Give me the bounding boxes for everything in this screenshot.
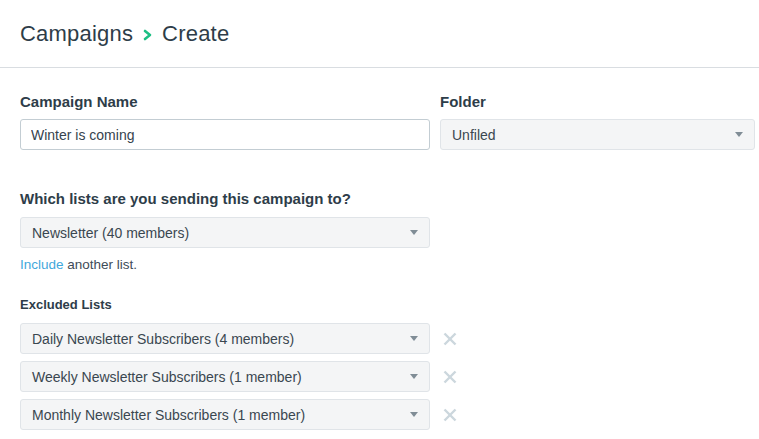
folder-select-value: Unfiled xyxy=(452,127,496,143)
excluded-lists-label: Excluded Lists xyxy=(20,297,755,312)
included-list-select-value: Newsletter (40 members) xyxy=(32,225,189,241)
chevron-down-icon xyxy=(410,412,418,417)
chevron-down-icon xyxy=(410,230,418,235)
excluded-list-row: Daily Newsletter Subscribers (4 members) xyxy=(20,323,755,354)
remove-excluded-list-3-button[interactable] xyxy=(441,406,459,424)
excluded-list-select-2[interactable]: Weekly Newsletter Subscribers (1 member) xyxy=(20,361,430,392)
excluded-list-row: Monthly Newsletter Subscribers (1 member… xyxy=(20,399,755,430)
name-folder-row: Campaign Name Folder Unfiled xyxy=(20,93,755,150)
breadcrumb-create: Create xyxy=(162,21,229,47)
chevron-right-icon xyxy=(142,28,153,42)
chevron-down-icon xyxy=(735,132,743,137)
remove-excluded-list-1-button[interactable] xyxy=(441,330,459,348)
include-another-list-link[interactable]: Include xyxy=(20,257,64,272)
breadcrumb-campaigns[interactable]: Campaigns xyxy=(20,21,133,47)
excluded-list-select-1-value: Daily Newsletter Subscribers (4 members) xyxy=(32,331,294,347)
chevron-down-icon xyxy=(410,336,418,341)
breadcrumb: Campaigns Create xyxy=(20,21,739,47)
chevron-down-icon xyxy=(410,374,418,379)
excluded-list-select-1[interactable]: Daily Newsletter Subscribers (4 members) xyxy=(20,323,430,354)
campaign-name-field: Campaign Name xyxy=(20,93,430,150)
remove-excluded-list-2-button[interactable] xyxy=(441,368,459,386)
excluded-list-select-2-value: Weekly Newsletter Subscribers (1 member) xyxy=(32,369,302,385)
folder-field: Folder Unfiled xyxy=(440,93,755,150)
excluded-list-row: Weekly Newsletter Subscribers (1 member) xyxy=(20,361,755,392)
close-icon xyxy=(442,331,458,347)
campaign-form: Campaign Name Folder Unfiled Which lists… xyxy=(0,68,759,439)
folder-select[interactable]: Unfiled xyxy=(440,119,755,150)
folder-label: Folder xyxy=(440,93,755,110)
close-icon xyxy=(442,369,458,385)
included-lists-section: Which lists are you sending this campaig… xyxy=(20,190,755,272)
close-icon xyxy=(442,407,458,423)
include-helper-text: another list. xyxy=(64,257,138,272)
included-list-select[interactable]: Newsletter (40 members) xyxy=(20,217,430,248)
excluded-list-select-3[interactable]: Monthly Newsletter Subscribers (1 member… xyxy=(20,399,430,430)
page-header: Campaigns Create xyxy=(0,0,759,47)
lists-question-label: Which lists are you sending this campaig… xyxy=(20,190,755,207)
include-helper-line: Include another list. xyxy=(20,257,755,272)
campaign-name-label: Campaign Name xyxy=(20,93,430,110)
excluded-list-select-3-value: Monthly Newsletter Subscribers (1 member… xyxy=(32,407,305,423)
excluded-lists-section: Excluded Lists Daily Newsletter Subscrib… xyxy=(20,297,755,439)
campaign-name-input[interactable] xyxy=(20,119,430,150)
